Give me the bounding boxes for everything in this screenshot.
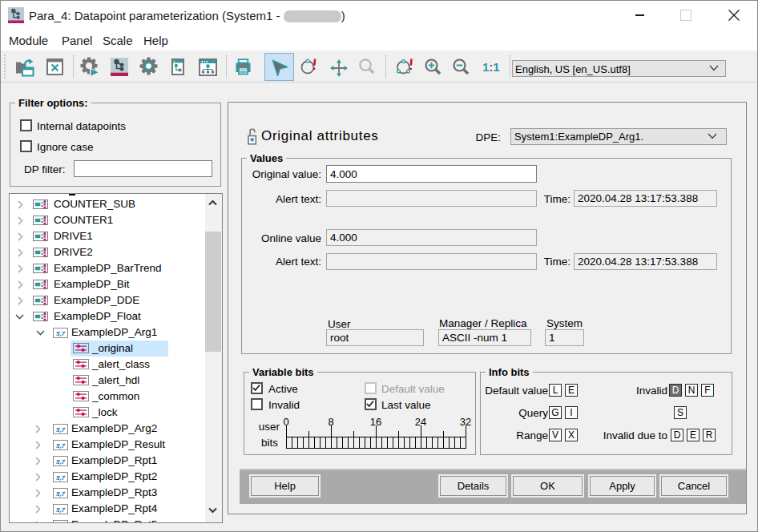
svg-text:5,7: 5,7 [56, 458, 66, 466]
svg-text:5,7: 5,7 [56, 506, 66, 514]
svg-text:5,7: 5,7 [56, 330, 66, 337]
svg-text:5,7: 5,7 [56, 490, 66, 498]
svg-text:5,7: 5,7 [56, 522, 66, 524]
svg-text:5,7: 5,7 [56, 442, 66, 449]
svg-text:5,7: 5,7 [56, 474, 66, 482]
svg-text:5,7: 5,7 [56, 426, 66, 433]
